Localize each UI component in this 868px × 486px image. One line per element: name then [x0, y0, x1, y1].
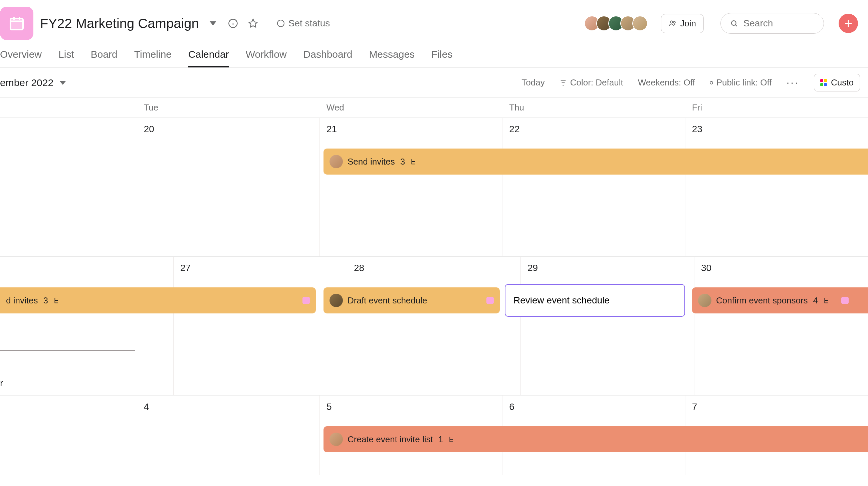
task-subtask-count: 1	[438, 434, 443, 445]
chevron-down-icon[interactable]	[207, 18, 219, 29]
tab-overview[interactable]: Overview	[0, 49, 42, 67]
task-label: d invites	[6, 295, 38, 306]
svg-point-5	[732, 21, 736, 25]
subtask-icon	[448, 435, 455, 443]
day-header	[0, 98, 137, 118]
search-input[interactable]	[743, 18, 814, 29]
color-filter[interactable]: Color: Default	[560, 77, 623, 88]
day-header: Wed	[320, 98, 502, 118]
calendar-cell[interactable]	[0, 118, 137, 256]
date-number: 6	[509, 401, 515, 412]
task-subtask-count: 3	[43, 295, 48, 306]
join-label: Join	[680, 19, 696, 29]
subtask-icon	[53, 297, 60, 304]
tabs: Overview List Board Timeline Calendar Wo…	[0, 40, 868, 68]
truncated-label: r	[0, 378, 3, 389]
color-grid-icon	[820, 79, 828, 87]
tab-files[interactable]: Files	[431, 49, 452, 67]
calendar-week-row: r 27 28 29 30 d invites 3 Draft event sc…	[0, 256, 868, 395]
chevron-down-icon	[59, 81, 66, 85]
calendar-body: 20 21 22 23 Send invites 3 r 27 28 29 30…	[0, 118, 868, 475]
calendar-cell[interactable]: 21	[320, 118, 502, 256]
avatar	[330, 432, 343, 446]
star-icon[interactable]	[247, 18, 259, 29]
project-tag-icon	[303, 297, 310, 304]
calendar-cell[interactable]: 4	[137, 395, 320, 475]
day-header: Thu	[502, 98, 685, 118]
svg-point-4	[673, 21, 675, 23]
date-number: 20	[144, 124, 154, 134]
calendar-cell[interactable]: 28	[347, 257, 521, 395]
join-button[interactable]: Join	[661, 14, 704, 33]
calendar-week-row: 4 5 6 7 Create event invite list 1	[0, 395, 868, 475]
date-number: 27	[180, 263, 191, 273]
today-button[interactable]: Today	[522, 77, 545, 88]
calendar-cell[interactable]: 30	[694, 257, 868, 395]
task-confirm-sponsors[interactable]: Confirm event sponsors 4	[692, 287, 868, 314]
avatar	[698, 294, 711, 307]
date-number: 4	[144, 401, 149, 412]
avatar[interactable]	[632, 16, 648, 31]
svg-marker-2	[249, 19, 257, 27]
project-tag-icon	[841, 297, 849, 304]
subtask-icon	[823, 297, 830, 304]
circle-icon	[710, 81, 713, 85]
plus-icon	[843, 19, 853, 28]
avatar	[330, 155, 343, 168]
more-menu[interactable]: ···	[786, 76, 799, 89]
tab-timeline[interactable]: Timeline	[134, 49, 172, 67]
task-subtask-count: 4	[813, 295, 818, 306]
calendar-cell[interactable]	[0, 395, 137, 475]
task-create-invite-list[interactable]: Create event invite list 1	[323, 426, 868, 452]
publiclink-toggle[interactable]: Public link: Off	[710, 77, 772, 88]
calendar-cell[interactable]: 29	[521, 257, 694, 395]
calendar-cell[interactable]: 27	[174, 257, 347, 395]
member-avatars[interactable]	[588, 16, 648, 31]
task-label: Draft event schedule	[347, 295, 427, 306]
tab-list[interactable]: List	[58, 49, 74, 67]
tab-calendar[interactable]: Calendar	[188, 49, 229, 67]
month-picker[interactable]: ember 2022	[0, 77, 66, 89]
project-tag-icon	[487, 297, 494, 304]
search-box[interactable]	[720, 13, 824, 34]
weekends-toggle[interactable]: Weekends: Off	[638, 77, 695, 88]
calendar-week-row: 20 21 22 23 Send invites 3	[0, 118, 868, 256]
new-task-input[interactable]	[514, 295, 676, 306]
tab-messages[interactable]: Messages	[369, 49, 415, 67]
calendar-cell[interactable]: 23	[685, 118, 868, 256]
color-label: Color: Default	[570, 77, 623, 88]
task-send-invites[interactable]: Send invites 3	[323, 149, 868, 174]
date-number: 30	[701, 263, 711, 273]
calendar-toolbar: ember 2022 Today Color: Default Weekends…	[0, 68, 868, 98]
month-label: ember 2022	[0, 77, 54, 89]
task-draft-schedule[interactable]: Draft event schedule	[323, 287, 500, 314]
calendar-cell[interactable]: 20	[137, 118, 320, 256]
tab-workflow[interactable]: Workflow	[246, 49, 287, 67]
task-input-review-schedule[interactable]	[505, 284, 685, 317]
task-label: Confirm event sponsors	[716, 295, 808, 306]
task-label: Create event invite list	[347, 434, 433, 445]
calendar-day-headers: Tue Wed Thu Fri	[0, 98, 868, 118]
set-status-button[interactable]: Set status	[277, 18, 330, 29]
date-number: 22	[509, 124, 520, 134]
project-title: FY22 Marketing Campaign	[40, 16, 199, 31]
project-icon	[0, 7, 33, 40]
tab-board[interactable]: Board	[91, 49, 118, 67]
date-number: 28	[354, 263, 364, 273]
date-number: 21	[327, 124, 337, 134]
calendar-cell[interactable]: 22	[502, 118, 685, 256]
task-label: Send invites	[347, 157, 395, 167]
calendar-cell[interactable]: r	[0, 257, 174, 395]
svg-point-3	[670, 21, 673, 23]
task-d-invites[interactable]: d invites 3	[0, 287, 316, 314]
customize-label: Custo	[831, 77, 854, 88]
tab-dashboard[interactable]: Dashboard	[304, 49, 352, 67]
day-header: Tue	[137, 98, 319, 118]
status-circle-icon	[277, 20, 284, 27]
info-icon[interactable]	[227, 18, 239, 29]
customize-button[interactable]: Custo	[814, 74, 860, 92]
add-button[interactable]	[839, 14, 858, 33]
task-subtask-count: 3	[400, 157, 405, 167]
date-number: 7	[692, 401, 698, 412]
header: FY22 Marketing Campaign Set status Join	[0, 0, 868, 40]
